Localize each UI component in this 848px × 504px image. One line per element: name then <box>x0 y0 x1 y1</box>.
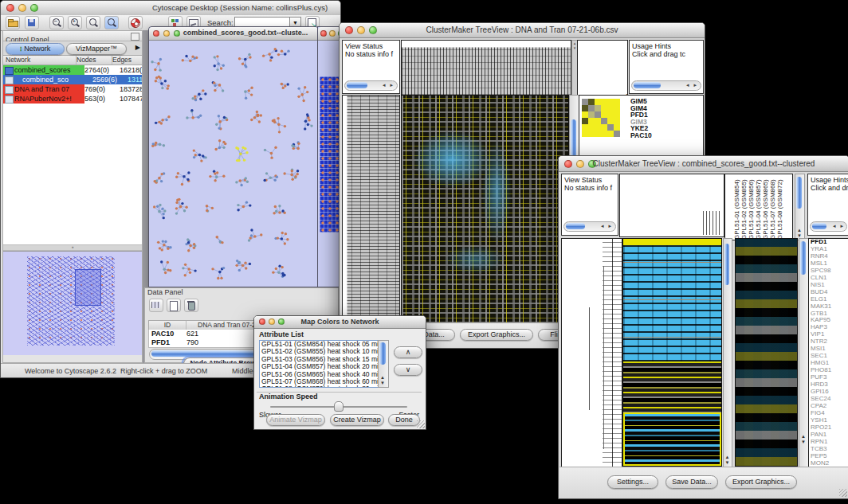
network-canvas-svg[interactable] <box>149 41 316 286</box>
tab-vizmapper[interactable]: VizMapper™ <box>66 43 127 55</box>
tv2-zoom-heatmap[interactable] <box>735 238 798 467</box>
tv2-global-vscrollbar[interactable]: ▲▼ <box>723 238 732 468</box>
matrix-cell[interactable] <box>588 131 595 137</box>
delete-attribute-icon[interactable] <box>184 299 198 312</box>
zoom-out-icon[interactable]: − <box>49 16 64 29</box>
treeview2-resize-grip[interactable] <box>839 489 847 497</box>
tv2-hints-hscrollbar[interactable]: ◂ ▸ <box>810 221 847 232</box>
matrix-cell[interactable] <box>601 105 607 111</box>
matrix-cell[interactable] <box>588 105 595 111</box>
matrix-cell[interactable] <box>601 118 607 124</box>
main-titlebar[interactable]: Cytoscape Desktop (Session Name: collins… <box>1 1 340 16</box>
tv1-hints-hscrollbar[interactable]: ◂ ▸ <box>631 80 701 91</box>
panel-splitter[interactable]: ● <box>3 244 142 251</box>
attribute-list-item[interactable]: GPL51-08 (GSM872) heat shock 80 min <box>261 385 379 388</box>
matrix-cell[interactable] <box>614 111 620 118</box>
matrix-cell[interactable] <box>614 118 620 124</box>
attribute-list-vscrollbar[interactable]: ▲▼ <box>378 340 389 388</box>
zoom-in-icon[interactable]: + <box>68 16 82 29</box>
float-panel-icon[interactable] <box>131 33 139 41</box>
create-vizmap-button[interactable]: Create Vizmap <box>330 414 384 426</box>
tv1-status-hscrollbar[interactable]: ◂ ▸ <box>344 80 398 91</box>
heatmap-selected-cluster[interactable] <box>623 412 721 466</box>
birdseye-view[interactable] <box>3 251 142 355</box>
move-down-button[interactable]: ∨ <box>394 364 422 376</box>
matrix-cell[interactable] <box>595 118 601 124</box>
zoom-selected-icon[interactable] <box>86 16 100 29</box>
export-graphics-button[interactable]: Export Graphics... <box>725 475 797 489</box>
close-button[interactable] <box>320 30 327 37</box>
matrix-cell[interactable] <box>607 105 614 111</box>
treeview1-titlebar[interactable]: ClusterMaker TreeView : DNA and Tran 07-… <box>340 23 705 38</box>
tab-network[interactable]: ⁝ Network <box>6 43 65 55</box>
matrix-cell[interactable] <box>582 105 588 111</box>
move-up-button[interactable]: ∧ <box>394 346 422 358</box>
col-header-network[interactable]: Network <box>3 56 77 64</box>
minimize-button[interactable] <box>329 30 336 37</box>
col-header-nodes[interactable]: Nodes <box>77 56 112 64</box>
open-session-icon[interactable] <box>6 16 20 29</box>
new-attribute-icon[interactable] <box>167 299 181 312</box>
save-data-button[interactable]: Save Data... <box>665 475 718 489</box>
matrix-cell[interactable] <box>601 131 607 137</box>
tv2-column-dendrogram[interactable] <box>619 174 724 237</box>
tv2-row-dendrogram[interactable] <box>561 238 622 468</box>
dialog-titlebar[interactable]: Map Colors to Network <box>254 316 426 329</box>
done-button[interactable]: Done <box>388 414 420 426</box>
matrix-cell[interactable] <box>582 131 588 137</box>
tv1-row-dendrogram[interactable] <box>342 95 400 324</box>
matrix-cell[interactable] <box>601 111 607 118</box>
matrix-cell[interactable] <box>601 124 607 131</box>
matrix-cell[interactable] <box>588 111 595 118</box>
matrix-cell[interactable] <box>607 99 614 105</box>
network-list-row[interactable]: RNAPuberNov2+!563(0)107847(0) <box>3 94 142 104</box>
matrix-cell[interactable] <box>582 99 588 105</box>
dialog-resize-grip[interactable] <box>417 420 425 428</box>
settings-button[interactable]: Settings... <box>607 475 658 489</box>
matrix-cell[interactable] <box>595 99 601 105</box>
treeview2-titlebar[interactable]: ClusterMaker TreeView : combined_scores_… <box>559 156 848 172</box>
tv1-global-heatmap[interactable] <box>401 95 569 324</box>
matrix-cell[interactable] <box>595 105 601 111</box>
matrix-cell[interactable] <box>582 124 588 131</box>
network-list-row[interactable]: combined_sco2569(6)13112(15) <box>3 75 142 84</box>
matrix-cell[interactable] <box>588 118 595 124</box>
col-header-edges[interactable]: Edges <box>112 56 142 64</box>
speed-slider-thumb[interactable] <box>334 401 344 412</box>
matrix-cell[interactable] <box>614 105 620 111</box>
animate-vizmap-button[interactable]: Animate Vizmap <box>266 414 325 426</box>
matrix-cell[interactable] <box>607 118 614 124</box>
table-view-icon[interactable] <box>149 299 163 312</box>
matrix-cell[interactable] <box>582 111 588 118</box>
save-session-icon[interactable] <box>25 16 39 29</box>
dense-network-grid[interactable] <box>320 76 340 232</box>
help-lifering-icon[interactable] <box>128 16 143 29</box>
tab-overflow-arrow[interactable]: ▶ <box>135 44 140 51</box>
matrix-cell[interactable] <box>601 99 607 105</box>
matrix-cell[interactable] <box>588 99 595 105</box>
data-col-id[interactable]: ID <box>149 321 186 330</box>
matrix-cell[interactable] <box>595 131 601 137</box>
matrix-cell[interactable] <box>607 124 614 131</box>
tv2-labels-vscrollbar[interactable]: ▲▼ <box>795 174 805 240</box>
tv1-column-dendrogram[interactable] <box>401 40 571 96</box>
export-graphics-button[interactable]: Export Graphics... <box>460 329 533 341</box>
matrix-cell[interactable] <box>595 124 601 131</box>
network-list-row[interactable]: combined_scores2764(0)16218(0) <box>3 65 142 75</box>
tv2-status-hscrollbar[interactable]: ◂ ▸ <box>563 221 616 232</box>
matrix-cell[interactable] <box>607 111 614 118</box>
matrix-cell[interactable] <box>614 124 620 131</box>
tv2-column-labels-panel[interactable]: GPL51-01 (GSM854)GPL51-02 (GSM855)GPL51-… <box>724 174 793 240</box>
tv2-global-heatmap[interactable] <box>622 238 722 467</box>
row-label[interactable]: PAC10 <box>630 132 652 139</box>
birdseye-viewport-rect[interactable] <box>75 269 101 306</box>
matrix-cell[interactable] <box>582 118 588 124</box>
zoom-fit-icon[interactable] <box>104 16 119 29</box>
matrix-cell[interactable] <box>614 99 620 105</box>
matrix-cell[interactable] <box>595 111 601 118</box>
tv1-correlation-matrix[interactable] <box>582 99 620 137</box>
network-list-row[interactable]: DNA and Tran 07769(0)183728(0) <box>3 84 142 94</box>
matrix-cell[interactable] <box>588 124 595 131</box>
matrix-cell[interactable] <box>607 131 614 137</box>
matrix-cell[interactable] <box>614 131 620 137</box>
